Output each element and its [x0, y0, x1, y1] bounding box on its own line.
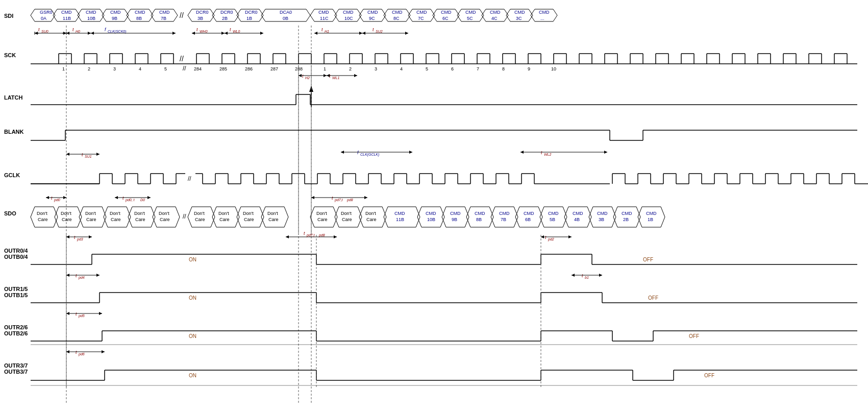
svg-text:1: 1: [62, 66, 65, 71]
svg-text://: //: [180, 11, 184, 19]
svg-text:3B: 3B: [197, 16, 203, 21]
svg-text:Care: Care: [135, 217, 145, 222]
svg-text:ON: ON: [189, 295, 196, 301]
svg-text:WH0: WH0: [200, 30, 208, 33]
svg-text:SU1: SU1: [85, 155, 92, 158]
outb37-label: OUTB3/7: [4, 369, 28, 375]
svg-text:8B: 8B: [476, 217, 482, 222]
svg-text:Don't: Don't: [85, 211, 96, 216]
svg-text:4: 4: [400, 66, 403, 71]
outr15-label: OUTR1/5: [4, 286, 28, 292]
svg-text:CMD: CMD: [135, 10, 145, 15]
svg-text:Don't: Don't: [61, 211, 71, 216]
svg-text:Care: Care: [244, 217, 254, 222]
svg-text:Don't: Don't: [267, 211, 278, 216]
svg-text:H2: H2: [305, 76, 310, 80]
svg-text:2: 2: [349, 66, 352, 71]
svg-text:Don't: Don't: [243, 211, 254, 216]
svg-text:CMD: CMD: [441, 10, 452, 15]
svg-text:pd7,t: pd7,t: [306, 233, 315, 237]
svg-text:CMD: CMD: [426, 211, 436, 216]
svg-text:0B: 0B: [283, 16, 288, 21]
svg-text://: //: [183, 65, 186, 72]
svg-text:7: 7: [477, 66, 479, 71]
svg-text:9B: 9B: [112, 16, 117, 21]
svg-text:Care: Care: [366, 217, 377, 222]
svg-text:Don't: Don't: [37, 211, 47, 216]
svg-text:Care: Care: [219, 217, 230, 222]
svg-text:Don't: Don't: [316, 211, 327, 216]
svg-text:1B: 1B: [246, 16, 252, 21]
svg-text:Care: Care: [342, 217, 352, 222]
latch-label: LATCH: [4, 94, 23, 101]
svg-text:D0: D0: [140, 198, 145, 202]
svg-text:b1: b1: [585, 276, 589, 279]
sdi-gsr0-addr: 0A: [41, 16, 46, 21]
svg-text:Don't: Don't: [365, 211, 376, 216]
sdi-gsr0-text: GSR0: [40, 10, 53, 15]
svg-text:286: 286: [245, 66, 253, 71]
svg-text:Don't: Don't: [194, 211, 205, 216]
svg-text:CMD: CMD: [110, 10, 121, 15]
svg-text:CMD: CMD: [343, 10, 354, 15]
svg-text:11C: 11C: [320, 16, 329, 21]
svg-text:287: 287: [270, 66, 278, 71]
svg-text:3B: 3B: [599, 217, 604, 222]
svg-text:284: 284: [194, 66, 202, 71]
svg-text:CMD: CMD: [450, 211, 461, 216]
svg-text:OFF: OFF: [689, 333, 699, 339]
svg-text:pd6: pd6: [78, 352, 85, 356]
svg-text:2: 2: [88, 66, 90, 71]
svg-text:10: 10: [551, 66, 556, 71]
svg-text:Don't: Don't: [134, 211, 145, 216]
svg-text:6C: 6C: [442, 16, 449, 21]
svg-text:Don't: Don't: [218, 211, 229, 216]
outb04-label: OUTB0/4: [4, 254, 28, 260]
svg-text:DCR0: DCR0: [196, 10, 209, 15]
svg-text:ON: ON: [189, 333, 196, 339]
svg-text:pd4: pd4: [78, 276, 85, 280]
svg-text:OFF: OFF: [643, 257, 653, 262]
svg-text:CMD: CMD: [524, 211, 534, 216]
svg-text:DCR0: DCR0: [220, 10, 233, 15]
sdi-label: SDI: [4, 13, 13, 19]
svg-text:8: 8: [502, 66, 505, 71]
svg-text:288: 288: [295, 66, 303, 71]
svg-text:CLK(GCLK): CLK(GCLK): [360, 153, 379, 157]
svg-text:Care: Care: [268, 217, 279, 222]
outb15-label: OUTB1/5: [4, 292, 28, 298]
svg-text://: //: [180, 55, 184, 63]
svg-text:9B: 9B: [452, 217, 457, 222]
svg-text:SU2: SU2: [376, 30, 383, 33]
sck-label: SCK: [4, 52, 16, 58]
svg-text:5B: 5B: [550, 217, 555, 222]
svg-text:OFF: OFF: [704, 373, 714, 378]
svg-text:Don't: Don't: [341, 211, 352, 216]
svg-text:ON: ON: [189, 257, 196, 262]
blank-label: BLANK: [4, 129, 24, 135]
svg-text:H1: H1: [325, 30, 329, 33]
svg-text:Care: Care: [111, 217, 121, 222]
svg-text:10B: 10B: [427, 217, 435, 222]
svg-text:DCA0: DCA0: [280, 10, 292, 15]
svg-text:3C: 3C: [516, 16, 522, 21]
svg-text:pd5: pd5: [78, 314, 85, 318]
timing-diagram: SDI SCK LATCH BLANK GCLK SDO OUTR0/4 OUT…: [0, 0, 868, 412]
svg-text:WL1: WL1: [332, 76, 340, 80]
svg-text:2B: 2B: [623, 217, 629, 222]
svg-text:pd0, t: pd0, t: [125, 198, 135, 202]
svg-text:CMD: CMD: [514, 10, 525, 15]
svg-text:5: 5: [426, 66, 428, 71]
svg-text:pd7,t: pd7,t: [334, 198, 343, 202]
sdo-label: SDO: [4, 210, 16, 216]
svg-text:8B: 8B: [136, 16, 142, 21]
svg-text:CMD: CMD: [318, 10, 329, 15]
svg-text:CMD: CMD: [61, 10, 72, 15]
svg-text:pd2: pd2: [548, 237, 554, 241]
svg-text:CMD: CMD: [465, 10, 476, 15]
outr37-label: OUTR3/7: [4, 362, 28, 369]
svg-text:CMD: CMD: [573, 211, 583, 216]
gclk-label: GCLK: [4, 172, 20, 178]
svg-text:11B: 11B: [63, 16, 71, 21]
outb26-label: OUTB2/6: [4, 330, 28, 336]
